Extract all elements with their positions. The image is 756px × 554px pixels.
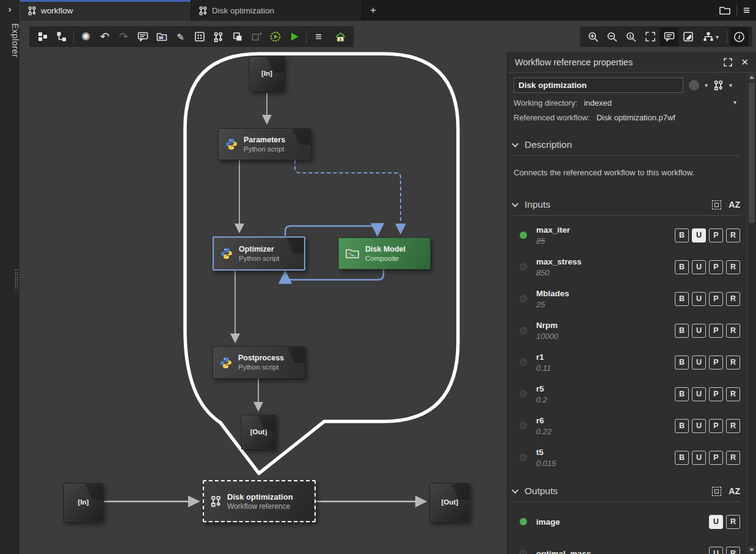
- sidebar-drag-handle[interactable]: [15, 269, 18, 290]
- zoom-out-icon[interactable]: [603, 27, 622, 46]
- flag-b-button[interactable]: B: [675, 355, 689, 370]
- flag-p-button[interactable]: P: [709, 292, 723, 306]
- scroll-down-button[interactable]: [748, 546, 755, 553]
- folder-image-icon[interactable]: [152, 27, 171, 46]
- comments-toggle-icon[interactable]: [660, 27, 678, 46]
- flag-b-button[interactable]: B: [675, 260, 689, 274]
- flag-r-button[interactable]: R: [726, 547, 740, 554]
- flag-p-button[interactable]: P: [709, 387, 723, 401]
- flag-p-button[interactable]: P: [709, 355, 723, 370]
- node-in-top[interactable]: [In]: [249, 56, 285, 92]
- outputs-section-header[interactable]: Outputs AZ: [514, 486, 740, 497]
- flag-p-button[interactable]: P: [709, 260, 723, 274]
- flag-u-button[interactable]: U: [692, 451, 706, 465]
- node-optimizer[interactable]: Optimizer Python script: [213, 236, 305, 271]
- tab-disk-optimization[interactable]: Disk optimization: [191, 0, 362, 21]
- flag-p-button[interactable]: P: [709, 324, 723, 338]
- fit-screen-icon[interactable]: [641, 27, 660, 46]
- run-icon[interactable]: [285, 27, 303, 46]
- overview-icon[interactable]: [678, 27, 697, 46]
- node-in-bottom[interactable]: [In]: [64, 483, 103, 522]
- flag-u-button[interactable]: U: [692, 260, 706, 274]
- flag-r-button[interactable]: R: [726, 355, 740, 370]
- flag-r-button[interactable]: R: [726, 228, 740, 242]
- workflow-icon[interactable]: [209, 27, 228, 46]
- flag-b-button[interactable]: B: [675, 451, 689, 465]
- flag-p-button[interactable]: P: [709, 451, 723, 465]
- home-icon[interactable]: [331, 27, 350, 46]
- expand-panel-icon[interactable]: [724, 58, 732, 67]
- menu-icon[interactable]: ≡: [309, 27, 328, 46]
- workflow-icon[interactable]: [713, 80, 724, 90]
- new-tab-button[interactable]: +: [362, 0, 384, 21]
- flag-r-button[interactable]: R: [726, 419, 740, 433]
- tab-workflow[interactable]: workflow: [20, 0, 191, 21]
- run-settings-icon[interactable]: [266, 27, 285, 46]
- pencil-icon[interactable]: ✎: [171, 27, 190, 46]
- inputs-section-header[interactable]: Inputs AZ: [514, 199, 740, 210]
- add-block-icon[interactable]: [247, 27, 266, 46]
- block-color-swatch[interactable]: [689, 80, 699, 90]
- flag-u-button[interactable]: U: [692, 419, 706, 433]
- panel-scrollbar[interactable]: [747, 73, 756, 554]
- copy-icon[interactable]: [228, 27, 247, 46]
- flag-r-button[interactable]: R: [726, 260, 740, 274]
- flag-u-button[interactable]: U: [692, 292, 706, 306]
- flag-b-button[interactable]: B: [675, 228, 689, 242]
- flag-r-button[interactable]: R: [726, 451, 740, 465]
- flag-u-button[interactable]: U: [692, 387, 706, 401]
- flag-b-button[interactable]: B: [675, 387, 689, 401]
- flag-b-button[interactable]: B: [675, 419, 689, 433]
- node-workflow-reference[interactable]: Disk optimization Workflow reference: [203, 480, 316, 522]
- node-out-bottom[interactable]: [Out]: [430, 483, 470, 522]
- port-value: 25: [536, 236, 570, 246]
- sidebar-title[interactable]: Explorer: [0, 18, 20, 57]
- flag-u-button[interactable]: U: [692, 355, 706, 370]
- scrollbar-thumb[interactable]: [749, 82, 755, 223]
- flag-u-button[interactable]: U: [692, 228, 706, 242]
- sort-az-icon[interactable]: AZ: [729, 486, 740, 496]
- gear-icon[interactable]: ✺: [76, 27, 95, 46]
- flag-u-button[interactable]: U: [709, 547, 723, 554]
- port-value: 0.015: [536, 459, 556, 468]
- comment-icon[interactable]: [133, 27, 152, 46]
- caret-down-icon[interactable]: ▾: [729, 82, 732, 89]
- flag-r-button[interactable]: R: [726, 324, 740, 338]
- scroll-up-button[interactable]: [748, 73, 755, 81]
- layout-tree-icon[interactable]: ▾: [697, 27, 724, 46]
- select-ports-icon[interactable]: [712, 487, 721, 496]
- zoom-in-icon[interactable]: [584, 27, 603, 46]
- node-disk-model[interactable]: Disk Model Composite: [338, 238, 431, 269]
- info-icon[interactable]: i: [730, 27, 749, 46]
- flag-b-button[interactable]: B: [675, 324, 689, 338]
- flag-p-button[interactable]: P: [709, 419, 723, 433]
- tree-icon[interactable]: [52, 27, 71, 46]
- explorer-sidebar[interactable]: › Explorer: [0, 0, 20, 554]
- description-section-header[interactable]: Description: [514, 139, 740, 150]
- blocks-icon[interactable]: [33, 27, 52, 46]
- flag-r-button[interactable]: R: [726, 515, 740, 529]
- flag-u-button[interactable]: U: [709, 515, 723, 529]
- flag-p-button[interactable]: P: [709, 228, 723, 242]
- select-ports-icon[interactable]: [712, 200, 721, 210]
- redo-icon[interactable]: ↷: [114, 27, 133, 46]
- node-out-top[interactable]: [Out]: [241, 415, 276, 450]
- caret-down-icon[interactable]: ▾: [705, 82, 708, 89]
- flag-b-button[interactable]: B: [675, 292, 689, 306]
- node-parameters[interactable]: Parameters Python script: [218, 128, 311, 160]
- sidebar-expand-icon[interactable]: ›: [0, 4, 20, 14]
- node-postprocess[interactable]: Postprocess Python script: [213, 346, 305, 379]
- flag-u-button[interactable]: U: [692, 324, 706, 338]
- port-status-dot: [520, 231, 527, 239]
- caret-down-icon[interactable]: ▾: [733, 99, 736, 106]
- sort-az-icon[interactable]: AZ: [729, 200, 740, 210]
- close-panel-icon[interactable]: ✕: [741, 57, 749, 68]
- zoom-reset-icon[interactable]: 1: [622, 27, 641, 46]
- flag-r-button[interactable]: R: [726, 292, 740, 306]
- block-name-input[interactable]: [514, 78, 683, 93]
- flag-r-button[interactable]: R: [726, 387, 740, 401]
- grid-box-icon[interactable]: [190, 27, 209, 46]
- undo-icon[interactable]: ↶: [95, 27, 114, 46]
- project-folder-icon[interactable]: [719, 5, 730, 15]
- app-menu-icon[interactable]: ≡: [743, 4, 750, 17]
